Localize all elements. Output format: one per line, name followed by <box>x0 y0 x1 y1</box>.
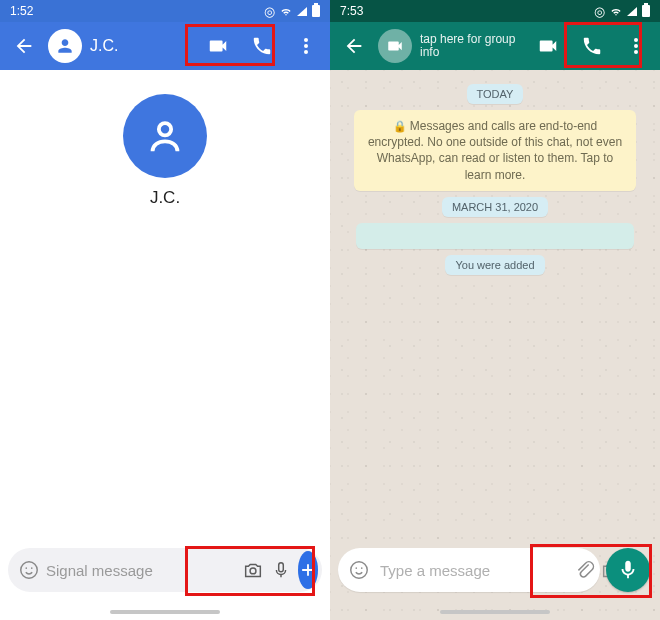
signal-icon <box>297 7 307 16</box>
status-time: 7:53 <box>340 4 363 18</box>
more-options-button[interactable] <box>286 26 326 66</box>
chat-body[interactable]: TODAY 🔒Messages and calls are end-to-end… <box>330 70 660 620</box>
status-bar: 1:52 ◎ <box>0 0 330 22</box>
date-chip-today: TODAY <box>467 84 524 104</box>
message-input[interactable] <box>46 562 236 579</box>
svg-point-4 <box>250 568 256 574</box>
voice-call-button[interactable] <box>572 26 612 66</box>
voice-call-button[interactable] <box>242 26 282 66</box>
emoji-button[interactable] <box>348 554 370 586</box>
chat-header: J.C. <box>0 22 330 70</box>
svg-point-0 <box>159 123 171 135</box>
message-input-bar <box>8 548 322 592</box>
battery-icon <box>312 5 320 17</box>
svg-point-7 <box>355 567 357 569</box>
camera-button[interactable] <box>242 553 264 587</box>
attachment-button[interactable] <box>574 554 596 586</box>
mic-button[interactable] <box>270 553 292 587</box>
chat-body-empty: J.C. <box>0 70 330 208</box>
svg-point-3 <box>31 567 33 569</box>
group-subtitle: tap here for group info <box>420 33 524 59</box>
whatsapp-screen: 7:53 ◎ tap here for group info TODAY <box>330 0 660 620</box>
vibrate-icon: ◎ <box>594 4 605 19</box>
battery-icon <box>642 5 650 17</box>
back-button[interactable] <box>334 26 374 66</box>
emoji-button[interactable] <box>18 553 40 587</box>
date-chip: MARCH 31, 2020 <box>442 197 548 217</box>
signal-screen: 1:52 ◎ J.C. J.C. <box>0 0 330 620</box>
attach-add-button[interactable] <box>298 551 318 589</box>
mic-send-button[interactable] <box>606 548 650 592</box>
status-icons: ◎ <box>594 4 650 19</box>
status-time: 1:52 <box>10 4 33 18</box>
vibrate-icon: ◎ <box>264 4 275 19</box>
svg-point-8 <box>361 567 363 569</box>
chat-title[interactable]: J.C. <box>86 37 194 55</box>
contact-display-name: J.C. <box>150 188 180 208</box>
video-call-button[interactable] <box>528 26 568 66</box>
svg-point-6 <box>351 562 368 579</box>
group-title-block[interactable]: tap here for group info <box>416 33 524 59</box>
group-avatar[interactable] <box>378 29 412 63</box>
more-options-button[interactable] <box>616 26 656 66</box>
system-message-blank <box>356 223 634 249</box>
encryption-notice[interactable]: 🔒Messages and calls are end-to-end encry… <box>354 110 636 191</box>
back-button[interactable] <box>4 26 44 66</box>
avatar-large <box>123 94 207 178</box>
message-input[interactable] <box>380 562 570 579</box>
avatar[interactable] <box>48 29 82 63</box>
system-chip-added: You were added <box>445 255 544 275</box>
status-bar: 7:53 ◎ <box>330 0 660 22</box>
nav-bar <box>330 610 660 614</box>
svg-point-2 <box>25 567 27 569</box>
signal-icon <box>627 7 637 16</box>
svg-rect-5 <box>279 563 284 572</box>
message-input-bar <box>338 548 600 592</box>
svg-point-1 <box>21 562 38 579</box>
video-call-button[interactable] <box>198 26 238 66</box>
chat-header: tap here for group info <box>330 22 660 70</box>
lock-icon: 🔒 <box>393 120 407 132</box>
nav-bar <box>0 610 330 614</box>
status-icons: ◎ <box>264 4 320 19</box>
wifi-icon <box>610 5 622 17</box>
wifi-icon <box>280 5 292 17</box>
